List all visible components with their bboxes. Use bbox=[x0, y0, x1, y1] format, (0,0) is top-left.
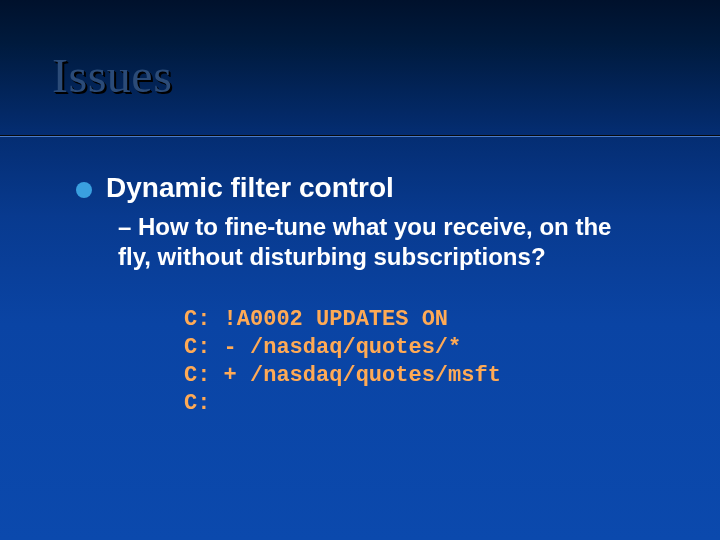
code-line-4: C: bbox=[184, 391, 210, 416]
bullet-text: Dynamic filter control bbox=[106, 172, 394, 204]
bullet-item: Dynamic filter control bbox=[76, 172, 660, 204]
code-block: C: !A0002 UPDATES ON C: - /nasdaq/quotes… bbox=[184, 306, 660, 419]
code-line-3: C: + /nasdaq/quotes/msft bbox=[184, 363, 501, 388]
title-divider bbox=[0, 135, 720, 137]
slide-title: Issues bbox=[52, 48, 172, 103]
code-line-1: C: !A0002 UPDATES ON bbox=[184, 307, 448, 332]
content-area: Dynamic filter control – How to fine-tun… bbox=[76, 172, 660, 419]
sub-bullet-text: How to fine-tune what you receive, on th… bbox=[118, 213, 611, 270]
dash-icon: – bbox=[118, 213, 131, 240]
sub-bullet: – How to fine-tune what you receive, on … bbox=[118, 212, 650, 272]
bullet-icon bbox=[76, 182, 92, 198]
slide: Issues Dynamic filter control – How to f… bbox=[0, 0, 720, 540]
code-line-2: C: - /nasdaq/quotes/* bbox=[184, 335, 461, 360]
